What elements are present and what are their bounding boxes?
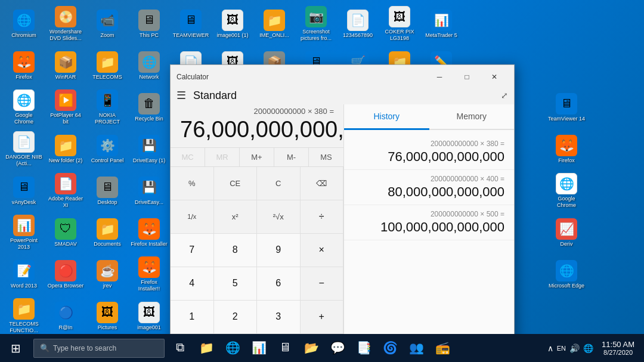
clear-entry-button[interactable]: CE (214, 167, 258, 200)
reciprocal-button[interactable]: 1/x (171, 200, 214, 234)
desktop-icon-10[interactable]: 📊 MetaTrader 5 (420, 3, 462, 45)
desktop-icon-0[interactable]: 🌐 Chromium (3, 3, 45, 45)
desktop-icon-86[interactable]: ☕ jrev (86, 253, 128, 295)
square-button[interactable]: x² (214, 200, 258, 234)
hamburger-button[interactable]: ☰ (177, 89, 186, 102)
desktop-icon-59[interactable]: 💾 DriveEasy... (128, 170, 170, 212)
three-button[interactable]: 3 (257, 301, 301, 334)
desktop-icon-97[interactable]: 🌐 Microsoft Edge (546, 253, 587, 295)
desktop-icon-2[interactable]: 📹 Zoom (86, 3, 128, 45)
history-item-1[interactable]: 200000000000 × 400 = 80,000,000,000,000 (344, 170, 514, 205)
add-button[interactable]: + (301, 301, 344, 334)
radio-taskbar[interactable]: 📻 (429, 334, 456, 362)
desktop-icon-14[interactable]: 🦊 Firefox (3, 45, 45, 86)
desktop-icon-44[interactable]: ⚙️ Control Panel (86, 128, 128, 170)
desktop-icon-4[interactable]: 🖥 TEAMVIEWER (170, 3, 212, 45)
memory-recall-button[interactable]: MR (205, 148, 240, 166)
nine-button[interactable]: 9 (257, 234, 301, 267)
multiply-button[interactable]: × (301, 234, 344, 267)
memory-store-button[interactable]: MS (309, 148, 343, 166)
seven-button[interactable]: 7 (171, 234, 214, 267)
memory-plus-button[interactable]: M+ (240, 148, 274, 166)
tab-history[interactable]: History (344, 104, 429, 130)
two-button[interactable]: 2 (214, 301, 258, 334)
six-button[interactable]: 6 (257, 267, 301, 301)
history-item-0[interactable]: 200000000000 × 380 = 76,000,000,000,000 (344, 135, 514, 170)
desktop-icon-58[interactable]: 🖥 Desktop (86, 170, 128, 212)
desktop-icon-9[interactable]: 🖼 COKER PIX LG3198 (379, 3, 420, 45)
fullscreen-button[interactable]: ⤢ (501, 91, 508, 100)
search-input[interactable] (53, 344, 158, 352)
desktop-icon-85[interactable]: 🔴 Opera Browser (45, 253, 86, 295)
four-button[interactable]: 4 (171, 267, 214, 301)
desktop-icon-30[interactable]: 📱 NOKIA PROJECT (86, 86, 128, 128)
tray-clock[interactable]: 11:50 AM 8/27/2020 (597, 340, 639, 356)
desktop-icon-55[interactable]: 🦊 Firefox (546, 128, 587, 170)
desktop-icon-3[interactable]: 🖥 This PC (128, 3, 170, 45)
memory-clear-button[interactable]: MC (171, 148, 205, 166)
five-button[interactable]: 5 (214, 267, 258, 301)
desktop-icon-57[interactable]: 📄 Adobe Reader XI (45, 170, 86, 212)
desktop-icon-71[interactable]: 🛡 SMADAV (45, 212, 86, 253)
divide-button[interactable]: ÷ (301, 200, 344, 234)
close-button[interactable]: ✕ (481, 69, 508, 85)
desktop-icon-27[interactable] (546, 45, 587, 86)
eight-button[interactable]: 8 (214, 234, 258, 267)
desktop-icon-87[interactable]: 🦊 Firefox Installer!! (128, 253, 170, 295)
minimize-button[interactable]: ─ (426, 69, 453, 85)
excel-taskbar[interactable]: 📊 (246, 334, 272, 362)
desktop-icon-28[interactable]: 🌐 Google Chrome (3, 86, 45, 128)
one-button[interactable]: 1 (171, 301, 214, 334)
desktop-icon-29[interactable]: ▶️ PotPlayer 64 bit (45, 86, 86, 128)
ppt-taskbar[interactable]: 📑 (351, 334, 377, 362)
desktop-icon-31[interactable]: 🗑 Recycle Bin (128, 86, 170, 128)
desktop-icon-41[interactable]: 🖥 TeamViewer 14 (546, 86, 587, 128)
files-taskbar[interactable]: 📂 (298, 334, 324, 362)
powershell-taskbar[interactable]: 🖥 (272, 334, 298, 362)
desktop-icon-15[interactable]: 📦 WinRAR (45, 45, 86, 86)
clear-button[interactable]: C (257, 167, 301, 200)
percent-button[interactable]: % (171, 167, 214, 200)
desktop-icon-70[interactable]: 📊 PowerPoint 2013 (3, 212, 45, 253)
memory-minus-button[interactable]: M- (274, 148, 309, 166)
history-item-2[interactable]: 200000000000 × 500 = 100,000,000,000,000 (344, 205, 514, 240)
desktop-icon-11[interactable] (462, 3, 504, 45)
network-icon[interactable]: 🌐 (583, 344, 593, 353)
chevron-tray-icon[interactable]: ∧ (547, 344, 553, 353)
desktop-icon-6[interactable]: 📁 IME_ONLI... (253, 3, 295, 45)
desktop-icon-98[interactable]: 📁 TELECOMS FUNCTIO... (3, 295, 45, 334)
desktop-icon-73[interactable]: 🦊 Firefox Installer (128, 212, 170, 253)
desktop-icon-72[interactable]: 📁 Documents (86, 212, 128, 253)
edge-taskbar[interactable]: 🌀 (377, 334, 403, 362)
explorer-button[interactable]: 📁 (193, 334, 219, 362)
desktop-icon-17[interactable]: 🌐 Network (128, 45, 170, 86)
desktop-icon-43[interactable]: 📁 New folder (2) (45, 128, 86, 170)
maximize-button[interactable]: □ (453, 69, 481, 85)
taskview-button[interactable]: ⧉ (167, 334, 193, 362)
skype-taskbar[interactable]: 💬 (324, 334, 351, 362)
desktop-icon-13[interactable] (546, 3, 587, 45)
subtract-button[interactable]: − (301, 267, 344, 301)
desktop-icon-83[interactable]: 📈 Deriv (546, 212, 587, 253)
desktop-icon-12[interactable] (504, 3, 546, 45)
desktop-icon-16[interactable]: 📁 TELECOMS (86, 45, 128, 86)
desktop-icon-84[interactable]: 📝 Word 2013 (3, 253, 45, 295)
desktop-icon-69[interactable]: 🌐 Google Chrome (546, 170, 587, 212)
start-button[interactable]: ⊞ (0, 334, 31, 362)
desktop-icon-56[interactable]: 🖥 vAnyDesk (3, 170, 45, 212)
desktop-icon-7[interactable]: 📷 Screenshot pictures fro... (295, 3, 337, 45)
tab-memory[interactable]: Memory (429, 104, 515, 130)
desktop-icon-5[interactable]: 🖼 image001 (1) (212, 3, 253, 45)
teams-taskbar[interactable]: 👥 (403, 334, 429, 362)
taskbar-search[interactable]: 🔍 (33, 339, 165, 358)
backspace-button[interactable]: ⌫ (301, 167, 344, 200)
desktop-icon-101[interactable]: 🖼 image001 (128, 295, 170, 334)
desktop-icon-99[interactable]: 🔵 R@In (45, 295, 86, 334)
desktop-icon-100[interactable]: 🖼 Pictures (86, 295, 128, 334)
chrome-taskbar[interactable]: 🌐 (219, 334, 246, 362)
desktop-icon-45[interactable]: 💾 DriveEasy (1) (128, 128, 170, 170)
desktop-icon-1[interactable]: 📀 Wondershare DVD Slides... (45, 3, 86, 45)
volume-icon[interactable]: 🔊 (569, 344, 580, 353)
desktop-icon-8[interactable]: 📄 1234567890 (337, 3, 379, 45)
desktop-icon-42[interactable]: 📄 DANGOIE NIIB (Acti... (3, 128, 45, 170)
